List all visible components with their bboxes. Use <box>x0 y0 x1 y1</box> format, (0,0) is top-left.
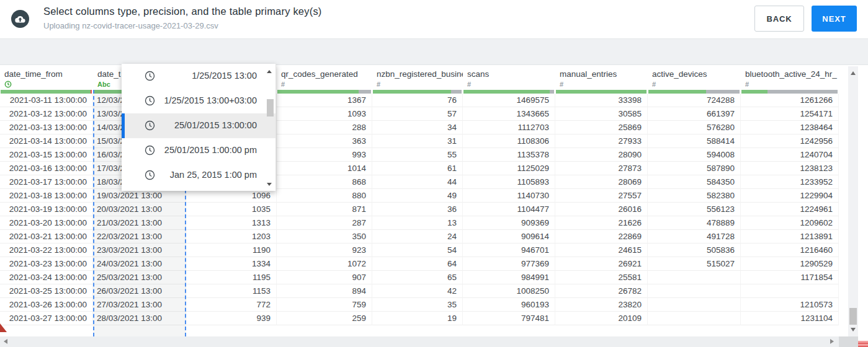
menu-item-format-2[interactable]: 1/25/2015 13:00+03:00 <box>122 89 275 113</box>
next-button[interactable]: NEXT <box>812 6 857 32</box>
table-cell[interactable]: 20/03/2021 13:00 <box>93 203 186 216</box>
table-cell[interactable]: 1112703 <box>463 121 555 134</box>
table-cell[interactable]: 946701 <box>463 244 555 257</box>
menu-item-format-3[interactable]: 25/01/2015 13:00:00 <box>122 113 275 138</box>
table-cell[interactable]: 26782 <box>555 284 648 298</box>
table-cell[interactable]: 1367 <box>277 94 372 107</box>
table-cell[interactable]: 1096 <box>186 189 277 203</box>
table-cell[interactable]: 1105893 <box>463 175 555 189</box>
table-cell[interactable]: 44 <box>372 175 463 189</box>
table-cell[interactable]: 61 <box>372 162 463 175</box>
table-cell[interactable]: 1261266 <box>741 94 839 107</box>
table-cell[interactable]: 584350 <box>648 175 741 189</box>
table-cell[interactable]: 2021-03-14 13:00:00 <box>0 134 93 148</box>
table-cell[interactable]: 2021-03-27 13:00:00 <box>0 312 93 325</box>
table-cell[interactable]: 1210573 <box>741 298 839 312</box>
table-cell[interactable]: 1254171 <box>741 107 839 121</box>
table-cell[interactable]: 1216460 <box>741 244 839 257</box>
table-cell[interactable]: 515027 <box>648 257 741 271</box>
table-cell[interactable] <box>648 312 741 325</box>
menu-item-format-1[interactable]: 1/25/2015 13:00 <box>122 64 275 89</box>
table-cell[interactable]: 1140730 <box>463 189 555 203</box>
table-cell[interactable]: 33398 <box>555 94 648 107</box>
table-cell[interactable]: 939 <box>186 312 277 325</box>
table-cell[interactable]: 661397 <box>648 107 741 121</box>
table-cell[interactable]: 21626 <box>555 216 648 230</box>
table-cell[interactable]: 27933 <box>555 134 648 148</box>
table-cell[interactable] <box>648 298 741 312</box>
table-cell[interactable]: 23820 <box>555 298 648 312</box>
menu-scroll-down-icon[interactable] <box>267 183 272 186</box>
table-cell[interactable] <box>648 284 741 298</box>
table-cell[interactable]: 1014 <box>277 162 372 175</box>
menu-item-format-5[interactable]: Jan 25, 2015 1:00 pm <box>122 163 275 188</box>
table-cell[interactable]: 30585 <box>555 107 648 121</box>
table-cell[interactable]: 1171854 <box>741 271 839 284</box>
table-cell[interactable]: 65 <box>372 271 463 284</box>
table-cell[interactable]: 2021-03-15 13:00:00 <box>0 148 93 162</box>
menu-scroll-up-icon[interactable] <box>267 70 272 73</box>
table-cell[interactable]: 1008250 <box>463 284 555 298</box>
table-cell[interactable]: 1035 <box>186 203 277 216</box>
table-cell[interactable]: 64 <box>372 257 463 271</box>
table-cell[interactable]: 556123 <box>648 203 741 216</box>
table-cell[interactable]: 2021-03-23 13:00:00 <box>0 257 93 271</box>
vertical-scrollbar-thumb[interactable] <box>849 308 857 325</box>
table-cell[interactable]: 76 <box>372 94 463 107</box>
column-header-date_time_from[interactable]: date_time_from <box>0 65 93 90</box>
table-cell[interactable]: 724288 <box>648 94 741 107</box>
column-header-active_devices[interactable]: active_devices# <box>648 65 741 90</box>
table-cell[interactable]: 909614 <box>463 230 555 244</box>
table-cell[interactable]: 1334 <box>186 257 277 271</box>
table-cell[interactable]: 350 <box>277 230 372 244</box>
table-cell[interactable]: 594008 <box>648 148 741 162</box>
scroll-down-icon[interactable] <box>851 328 856 332</box>
table-cell[interactable]: 1343665 <box>463 107 555 121</box>
table-cell[interactable]: 2021-03-22 13:00:00 <box>0 244 93 257</box>
table-cell[interactable]: 2021-03-21 13:00:00 <box>0 230 93 244</box>
table-cell[interactable]: 759 <box>277 298 372 312</box>
table-cell[interactable]: 1104477 <box>463 203 555 216</box>
table-cell[interactable]: 24 <box>372 230 463 244</box>
table-cell[interactable] <box>741 284 839 298</box>
table-cell[interactable]: 868 <box>277 175 372 189</box>
table-cell[interactable]: 880 <box>277 189 372 203</box>
table-cell[interactable]: 960193 <box>463 298 555 312</box>
table-cell[interactable]: 28090 <box>555 148 648 162</box>
table-cell[interactable]: 1242956 <box>741 134 839 148</box>
table-cell[interactable]: 42 <box>372 284 463 298</box>
table-cell[interactable]: 19 <box>372 312 463 325</box>
table-cell[interactable]: 1313 <box>186 216 277 230</box>
table-cell[interactable]: 36 <box>372 203 463 216</box>
table-cell[interactable]: 363 <box>277 134 372 148</box>
menu-item-format-4[interactable]: 25/01/2015 1:00:00 pm <box>122 138 275 163</box>
column-header-bluetooth_active_24_hr_[interactable]: bluetooth_active_24_hr_# <box>741 65 839 90</box>
column-header-qr_codes_generated[interactable]: qr_codes_generated# <box>277 65 372 90</box>
table-cell[interactable]: 54 <box>372 244 463 257</box>
back-button[interactable]: BACK <box>754 6 804 32</box>
table-cell[interactable]: 993 <box>277 148 372 162</box>
table-cell[interactable]: 27/03/2021 13:00 <box>93 298 186 312</box>
table-cell[interactable]: 1229904 <box>741 189 839 203</box>
table-cell[interactable]: 1190 <box>186 244 277 257</box>
table-cell[interactable]: 2021-03-24 13:00:00 <box>0 271 93 284</box>
table-cell[interactable]: 2021-03-20 13:00:00 <box>0 216 93 230</box>
table-cell[interactable]: 55 <box>372 148 463 162</box>
table-cell[interactable]: 1290529 <box>741 257 839 271</box>
table-cell[interactable]: 57 <box>372 107 463 121</box>
table-cell[interactable]: 24/03/2021 13:00 <box>93 257 186 271</box>
table-cell[interactable]: 25869 <box>555 121 648 134</box>
table-cell[interactable]: 259 <box>277 312 372 325</box>
table-cell[interactable]: 22/03/2021 13:00 <box>93 230 186 244</box>
table-cell[interactable]: 25581 <box>555 271 648 284</box>
table-cell[interactable]: 34 <box>372 121 463 134</box>
menu-scrollbar-thumb[interactable] <box>267 99 274 116</box>
table-cell[interactable]: 1203 <box>186 230 277 244</box>
table-cell[interactable]: 23/03/2021 13:00 <box>93 244 186 257</box>
scroll-right-icon[interactable] <box>830 339 834 344</box>
table-cell[interactable]: 19/03/2021 13:00 <box>93 189 186 203</box>
table-cell[interactable]: 984991 <box>463 271 555 284</box>
table-cell[interactable]: 1195 <box>186 271 277 284</box>
table-cell[interactable]: 909369 <box>463 216 555 230</box>
table-cell[interactable]: 24615 <box>555 244 648 257</box>
